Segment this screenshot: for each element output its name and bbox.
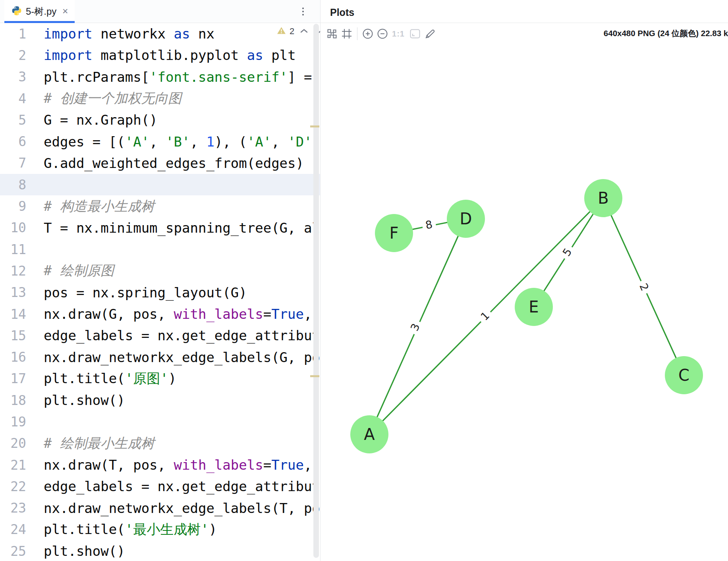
line-number: 14 [0, 307, 26, 322]
warning-stripe-mark[interactable] [310, 125, 319, 127]
image-info-text: 640x480 PNG (24 位颜色) 22.83 kB [604, 28, 728, 39]
code-line: 9# 构造最小生成树 [0, 195, 320, 217]
line-number: 10 [0, 220, 26, 235]
graph-node-label: B [598, 189, 608, 207]
code-line: 22edge_labels = nx.get_edge_attribut [0, 476, 320, 497]
code-line: 13pos = nx.spring_layout(G) [0, 282, 320, 303]
line-number: 22 [0, 479, 26, 494]
line-number: 11 [0, 242, 26, 257]
ide-window: 5-树.py ✕ 1import networkx as nx2import m… [0, 0, 728, 561]
code-line: 20# 绘制最小生成树 [0, 433, 320, 454]
warning-icon [277, 27, 286, 36]
graph-node-label: E [529, 298, 539, 316]
line-number: 7 [0, 155, 26, 171]
line-number: 9 [0, 199, 26, 214]
code-line: 25plt.show() [0, 540, 320, 561]
graph-edge-weight-label: 3 [406, 318, 425, 337]
fit-to-window-button [409, 28, 421, 39]
editor-options-kebab-icon[interactable] [298, 5, 308, 18]
line-number: 8 [0, 177, 26, 193]
tab-5-tree-py[interactable]: 5-树.py ✕ [4, 0, 75, 23]
line-number: 24 [0, 522, 26, 537]
code-line: 24plt.title('最小生成树') [0, 519, 320, 540]
editor-tab-bar: 5-树.py ✕ [0, 0, 320, 23]
plots-header: Plots [321, 0, 728, 23]
line-number: 16 [0, 349, 26, 365]
zoom-in-button[interactable] [362, 28, 373, 39]
code-line: 16nx.draw_networkx_edge_labels(G, po [0, 346, 320, 368]
graph-node-label: A [364, 425, 375, 443]
code-line: 3plt.rcParams['font.sans-serif'] = [0, 66, 320, 88]
line-number: 15 [0, 328, 26, 343]
code-line: 18plt.show() [0, 389, 320, 411]
zoom-out-button[interactable] [377, 28, 388, 39]
zoom-1to1-button: 1:1 [392, 29, 405, 39]
editor-pane[interactable]: 5-树.py ✕ 1import networkx as nx2import m… [0, 0, 320, 561]
graph-edge-weight-label: 1 [475, 306, 495, 326]
plots-toolbar: 1:1 640x480 PNG (24 位颜色) 22.83 kB [321, 23, 728, 44]
tab-close-icon[interactable]: ✕ [62, 7, 68, 16]
line-number: 20 [0, 436, 26, 451]
graph-node-label: F [389, 224, 398, 242]
prev-warning-chevron-up-icon[interactable] [300, 28, 308, 35]
crop-frame-icon[interactable] [341, 28, 352, 39]
code-editor[interactable]: 1import networkx as nx2import matplotlib… [0, 23, 320, 561]
plot-image: ABCDEF13852 [321, 44, 728, 561]
line-number: 17 [0, 371, 26, 386]
line-number: 18 [0, 393, 26, 408]
graph-edge-weight-label: 2 [635, 278, 654, 297]
toolbar-separator [357, 27, 357, 40]
code-line: 2import matplotlib.pyplot as plt [0, 44, 320, 66]
line-number: 19 [0, 414, 26, 430]
graph-node-label: C [678, 366, 689, 384]
code-line: 14nx.draw(G, pos, with_labels=True, [0, 303, 320, 325]
line-number: 5 [0, 112, 26, 128]
graph-edge-weight-label: 5 [557, 242, 577, 262]
code-line: 8 [0, 174, 320, 195]
line-number: 12 [0, 263, 26, 279]
code-line: 5G = nx.Graph() [0, 109, 320, 131]
code-line: 1import networkx as nx [0, 23, 320, 44]
code-line: 12# 绘制原图 [0, 260, 320, 281]
warning-stripe-mark[interactable] [310, 375, 319, 377]
line-number: 2 [0, 48, 26, 63]
graph-edge-weight-label: 8 [421, 216, 437, 233]
line-number: 23 [0, 500, 26, 516]
graph-node-label: D [460, 210, 472, 228]
line-number: 1 [0, 26, 26, 42]
line-number: 21 [0, 457, 26, 473]
line-number: 25 [0, 544, 26, 559]
editor-scrollbar[interactable] [313, 24, 319, 558]
plots-panel-title: Plots [321, 4, 354, 18]
tab-title: 5-树.py [26, 5, 56, 18]
code-line: 7G.add_weighted_edges_from(edges) [0, 152, 320, 174]
edit-plot-pen-icon[interactable] [424, 28, 435, 39]
code-line: 4# 创建一个加权无向图 [0, 88, 320, 109]
line-number: 6 [0, 134, 26, 149]
code-line: 6edges = [('A', 'B', 1), ('A', 'D', [0, 131, 320, 152]
code-line: 15edge_labels = nx.get_edge_attribut [0, 325, 320, 346]
code-line: 10T = nx.minimum_spanning_tree(G, al [0, 217, 320, 239]
plots-panel: Plots [320, 0, 728, 561]
code-line: 19 [0, 411, 320, 432]
code-line: 17plt.title('原图') [0, 368, 320, 389]
line-number: 3 [0, 69, 26, 85]
thumbnails-grid-icon[interactable] [326, 28, 338, 39]
python-file-icon [12, 6, 22, 17]
warning-count: 2 [290, 26, 294, 37]
code-line: 11 [0, 239, 320, 260]
line-number: 13 [0, 285, 26, 300]
code-line: 23nx.draw_networkx_edge_labels(T, po [0, 497, 320, 519]
line-number: 4 [0, 91, 26, 106]
code-line: 21nx.draw(T, pos, with_labels=True, [0, 454, 320, 476]
